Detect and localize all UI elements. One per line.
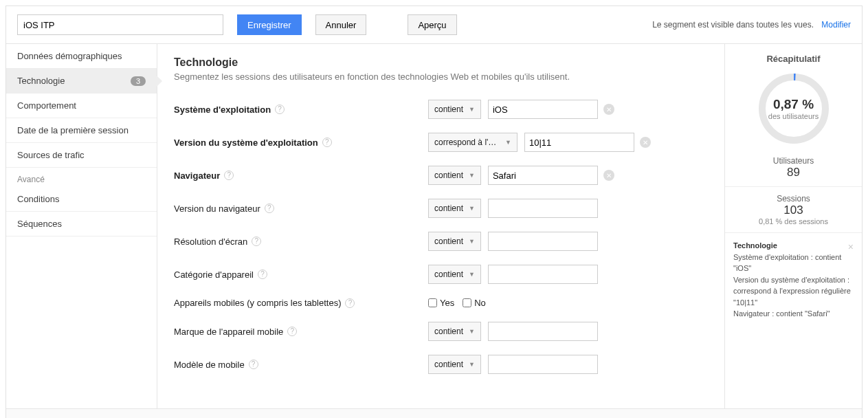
op-select-mobile-model[interactable]: contient▼	[428, 355, 481, 374]
help-icon[interactable]: ?	[252, 236, 261, 246]
row-device-cat: Catégorie d'appareil? contient▼	[174, 265, 708, 284]
sidebar-item-label: Comportement	[17, 100, 76, 111]
filter-count-badge: 3	[131, 76, 146, 86]
op-select-screen-res[interactable]: contient▼	[428, 232, 481, 251]
clear-icon[interactable]: ✕	[603, 104, 614, 115]
op-select-browser[interactable]: contient▼	[428, 166, 481, 185]
op-select-mobile-brand[interactable]: contient▼	[428, 322, 481, 341]
sidebar-section-advanced: Avancé	[6, 168, 157, 187]
footer-bar	[6, 408, 862, 418]
caret-icon: ▼	[500, 139, 511, 146]
sidebar-item-sequences[interactable]: Séquences	[6, 212, 157, 236]
stat-sessions: Sessions 103 0,81 % des sessions	[733, 194, 854, 226]
cancel-button[interactable]: Annuler	[315, 14, 367, 35]
help-icon[interactable]: ?	[258, 270, 267, 279]
sidebar-item-label: Données démographiques	[17, 51, 122, 61]
caret-icon: ▼	[463, 328, 475, 335]
row-mobile-model: Modèle de mobile? contient▼	[174, 355, 708, 374]
sidebar: Données démographiques Technologie 3 Com…	[6, 44, 157, 408]
label-screen-res: Résolution d'écran?	[174, 236, 428, 247]
caret-icon: ▼	[463, 271, 475, 278]
op-select-os-version[interactable]: correspond à l'exp...▼	[428, 133, 518, 152]
row-browser-version: Version du navigateur? contient▼	[174, 199, 708, 218]
summary-title: Récapitulatif	[733, 54, 854, 64]
help-icon[interactable]: ?	[224, 170, 234, 180]
divider	[725, 232, 862, 233]
divider	[725, 186, 862, 187]
label-mobile-model: Modèle de mobile?	[174, 360, 428, 370]
value-input-os-version[interactable]	[524, 133, 634, 152]
label-browser: Navigateur?	[174, 170, 428, 181]
caret-icon: ▼	[463, 172, 475, 179]
tech-line: Version du système d'exploitation : corr…	[733, 276, 851, 307]
value-input-browser[interactable]	[488, 166, 598, 185]
label-os-version: Version du système d'exploitation?	[174, 138, 428, 148]
value-input-mobile-model[interactable]	[488, 355, 598, 374]
help-icon[interactable]: ?	[345, 298, 355, 308]
clear-icon[interactable]: ✕	[603, 170, 614, 181]
sidebar-item-label: Conditions	[17, 194, 59, 204]
help-icon[interactable]: ?	[249, 360, 258, 369]
sidebar-item-first-session[interactable]: Date de la première session	[6, 118, 157, 143]
sidebar-item-label: Technologie	[17, 76, 65, 86]
sidebar-item-traffic-sources[interactable]: Sources de trafic	[6, 143, 157, 168]
save-button[interactable]: Enregistrer	[237, 14, 302, 35]
row-mobile-incl: Appareils mobiles (y compris les tablett…	[174, 298, 708, 308]
value-input-mobile-brand[interactable]	[488, 322, 598, 341]
sidebar-item-behavior[interactable]: Comportement	[6, 94, 157, 118]
sidebar-item-label: Séquences	[17, 219, 62, 229]
value-input-screen-res[interactable]	[488, 232, 598, 251]
checkbox-yes[interactable]: Yes	[428, 298, 454, 308]
close-icon[interactable]: ×	[848, 240, 854, 254]
row-os: Système d'exploitation? contient▼ ✕	[174, 100, 708, 119]
row-screen-res: Résolution d'écran? contient▼	[174, 232, 708, 251]
caret-icon: ▼	[463, 106, 475, 113]
label-mobile-incl: Appareils mobiles (y compris les tablett…	[174, 298, 428, 308]
stat-users-value: 89	[733, 166, 854, 179]
tech-summary-title: Technologie	[733, 241, 777, 250]
label-os: Système d'exploitation?	[174, 104, 428, 115]
sidebar-item-conditions[interactable]: Conditions	[6, 187, 157, 212]
clear-icon[interactable]: ✕	[640, 137, 651, 148]
sidebar-item-label: Sources de trafic	[17, 150, 85, 160]
tech-line: Système d'exploitation : contient "iOS"	[733, 253, 841, 273]
section-subtitle: Segmentez les sessions des utilisateurs …	[174, 72, 708, 82]
main-content: Technologie Segmentez les sessions des u…	[157, 44, 724, 408]
body: Données démographiques Technologie 3 Com…	[6, 44, 862, 408]
sidebar-item-technology[interactable]: Technologie 3	[6, 69, 157, 94]
value-input-os[interactable]	[488, 100, 598, 119]
change-visibility-link[interactable]: Modifier	[821, 20, 851, 30]
stat-sessions-sub: 0,81 % des sessions	[733, 217, 854, 226]
op-select-os[interactable]: contient▼	[428, 100, 481, 119]
stat-users-label: Utilisateurs	[733, 156, 854, 166]
help-icon[interactable]: ?	[287, 327, 297, 336]
help-icon[interactable]: ?	[265, 204, 274, 213]
sidebar-item-label: Date de la première session	[17, 125, 129, 135]
stat-users: Utilisateurs 89	[733, 156, 854, 179]
row-mobile-brand: Marque de l'appareil mobile? contient▼	[174, 322, 708, 341]
stat-sessions-value: 103	[733, 204, 854, 217]
preview-button[interactable]: Aperçu	[408, 14, 456, 35]
value-input-browser-version[interactable]	[488, 199, 598, 218]
summary-panel: Récapitulatif 0,87 % des utilisateurs Ut…	[724, 44, 862, 408]
op-select-device-cat[interactable]: contient▼	[428, 265, 481, 284]
donut-percent: 0,87 %	[773, 97, 814, 112]
sidebar-item-demographics[interactable]: Données démographiques	[6, 44, 157, 69]
label-browser-version: Version du navigateur?	[174, 204, 428, 214]
row-os-version: Version du système d'exploitation? corre…	[174, 133, 708, 152]
caret-icon: ▼	[463, 205, 475, 212]
visibility-text: Le segment est visible dans toutes les v…	[652, 20, 814, 30]
caret-icon: ▼	[463, 361, 475, 368]
help-icon[interactable]: ?	[322, 138, 332, 147]
op-select-browser-version[interactable]: contient▼	[428, 199, 481, 218]
checkbox-no[interactable]: No	[463, 298, 486, 308]
donut-label: des utilisateurs	[768, 112, 819, 120]
help-icon[interactable]: ?	[275, 104, 285, 114]
label-mobile-brand: Marque de l'appareil mobile?	[174, 327, 428, 337]
value-input-device-cat[interactable]	[488, 265, 598, 284]
segment-name-input[interactable]	[17, 14, 223, 35]
checkbox-yes-input[interactable]	[428, 298, 437, 307]
checkbox-no-input[interactable]	[463, 298, 471, 307]
row-browser: Navigateur? contient▼ ✕	[174, 166, 708, 185]
visibility-info: Le segment est visible dans toutes les v…	[652, 20, 851, 30]
